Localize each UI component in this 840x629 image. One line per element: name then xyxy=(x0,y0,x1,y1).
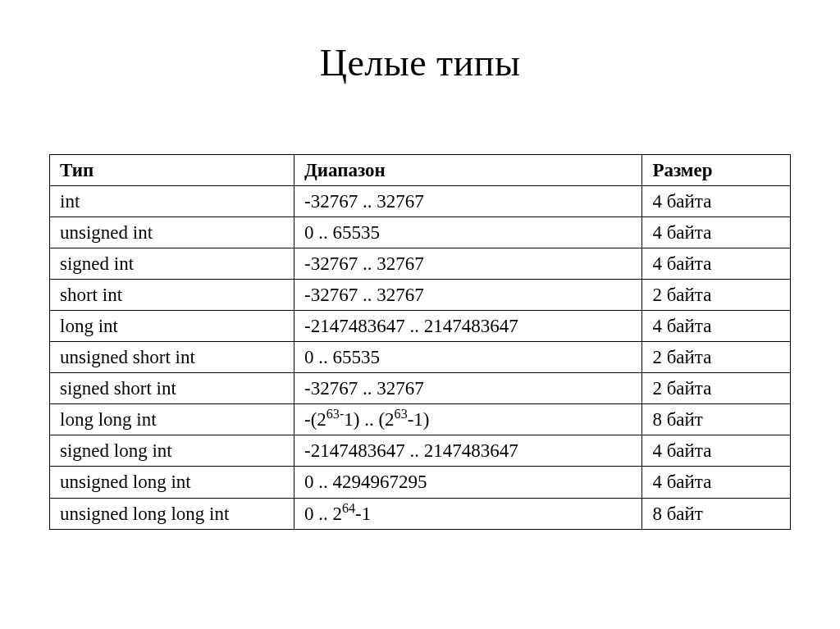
header-type: Тип xyxy=(50,155,294,186)
cell-range: -(263-1) .. (263-1) xyxy=(294,404,641,435)
header-range: Диапазон xyxy=(294,155,641,186)
cell-size: 8 байт xyxy=(642,498,791,529)
cell-range: -32767 .. 32767 xyxy=(294,248,641,280)
cell-size: 2 байта xyxy=(642,342,791,373)
header-size: Размер xyxy=(642,155,791,186)
table-row: unsigned int 0 .. 65535 4 байта xyxy=(50,217,791,248)
table-row: unsigned short int 0 .. 65535 2 байта xyxy=(50,342,791,373)
cell-size: 4 байта xyxy=(642,311,791,342)
cell-type: long int xyxy=(50,311,294,342)
slide-container: Целые типы Тип Диапазон Размер int -3276… xyxy=(0,0,840,563)
table-row: unsigned long int 0 .. 4294967295 4 байт… xyxy=(50,467,791,498)
table-row: signed long int -2147483647 .. 214748364… xyxy=(50,435,791,467)
cell-size: 4 байта xyxy=(642,248,791,280)
page-title: Целые типы xyxy=(49,41,791,84)
cell-size: 4 байта xyxy=(642,217,791,248)
cell-type: unsigned int xyxy=(50,217,294,248)
table-row: long int -2147483647 .. 2147483647 4 бай… xyxy=(50,311,791,342)
table-row: unsigned long long int 0 .. 264-1 8 байт xyxy=(50,498,791,529)
table-header-row: Тип Диапазон Размер xyxy=(50,155,791,186)
cell-type: unsigned long long int xyxy=(50,498,294,529)
cell-range: -32767 .. 32767 xyxy=(294,373,641,404)
cell-size: 4 байта xyxy=(642,435,791,467)
cell-range: 0 .. 65535 xyxy=(294,342,641,373)
table-body: int -32767 .. 32767 4 байта unsigned int… xyxy=(50,186,791,530)
cell-type: long long int xyxy=(50,404,294,435)
cell-type: signed int xyxy=(50,248,294,280)
cell-type: short int xyxy=(50,280,294,311)
cell-range: 0 .. 264-1 xyxy=(294,498,641,529)
cell-range: -32767 .. 32767 xyxy=(294,280,641,311)
cell-range: -32767 .. 32767 xyxy=(294,186,641,217)
cell-range: -2147483647 .. 2147483647 xyxy=(294,435,641,467)
cell-range: 0 .. 4294967295 xyxy=(294,467,641,498)
integer-types-table: Тип Диапазон Размер int -32767 .. 32767 … xyxy=(49,154,791,530)
cell-size: 4 байта xyxy=(642,186,791,217)
table-row: long long int -(263-1) .. (263-1) 8 байт xyxy=(50,404,791,435)
cell-type: signed short int xyxy=(50,373,294,404)
cell-size: 2 байта xyxy=(642,280,791,311)
cell-size: 2 байта xyxy=(642,373,791,404)
table-row: signed int -32767 .. 32767 4 байта xyxy=(50,248,791,280)
cell-type: int xyxy=(50,186,294,217)
cell-type: unsigned long int xyxy=(50,467,294,498)
table-row: int -32767 .. 32767 4 байта xyxy=(50,186,791,217)
table-row: short int -32767 .. 32767 2 байта xyxy=(50,280,791,311)
cell-range: 0 .. 65535 xyxy=(294,217,641,248)
cell-size: 8 байт xyxy=(642,404,791,435)
cell-range: -2147483647 .. 2147483647 xyxy=(294,311,641,342)
cell-type: unsigned short int xyxy=(50,342,294,373)
cell-type: signed long int xyxy=(50,435,294,467)
cell-size: 4 байта xyxy=(642,467,791,498)
table-row: signed short int -32767 .. 32767 2 байта xyxy=(50,373,791,404)
